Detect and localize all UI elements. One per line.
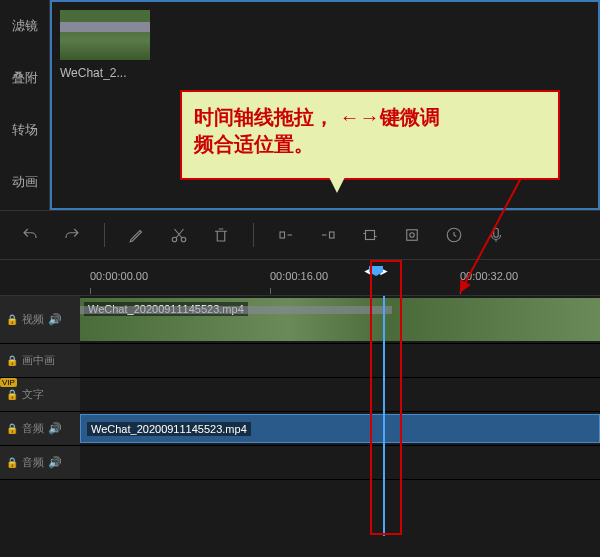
cut-button[interactable] xyxy=(169,225,189,245)
ruler-tick: 00:00:32.00 xyxy=(460,270,518,282)
track-label: 文字 xyxy=(22,387,44,402)
lock-icon[interactable]: 🔒 xyxy=(6,389,18,400)
redo-button[interactable] xyxy=(62,225,82,245)
track-pip: 🔒 画中画 xyxy=(0,344,600,378)
ruler-tick: 00:00:00.00 xyxy=(90,270,148,282)
speaker-icon[interactable]: 🔊 xyxy=(48,456,62,469)
track-audio2: 🔒 音频 🔊 xyxy=(0,446,600,480)
svg-rect-4 xyxy=(366,231,375,240)
speed-button[interactable] xyxy=(444,225,464,245)
speaker-icon[interactable]: 🔊 xyxy=(48,422,62,435)
track-label: 音频 xyxy=(22,455,44,470)
media-thumb-label: WeChat_2... xyxy=(60,66,590,80)
edit-button[interactable] xyxy=(127,225,147,245)
track-video: 🔒 视频 🔊 WeChat_20200911145523.mp4 xyxy=(0,296,600,344)
split-right-button[interactable] xyxy=(318,225,338,245)
side-tabs: 滤镜 叠附 转场 动画 xyxy=(0,0,50,210)
svg-point-6 xyxy=(410,233,415,238)
speaker-icon[interactable]: 🔊 xyxy=(48,313,62,326)
clip-label: WeChat_20200911145523.mp4 xyxy=(87,422,251,436)
delete-button[interactable] xyxy=(211,225,231,245)
vip-badge: VIP xyxy=(0,378,17,387)
split-left-button[interactable] xyxy=(276,225,296,245)
tab-overlay[interactable]: 叠附 xyxy=(0,52,49,104)
svg-rect-3 xyxy=(330,232,335,238)
tab-transition[interactable]: 转场 xyxy=(0,104,49,156)
tab-animation[interactable]: 动画 xyxy=(0,156,49,208)
svg-rect-2 xyxy=(280,232,285,238)
lock-icon[interactable]: 🔒 xyxy=(6,355,18,366)
video-clip[interactable]: WeChat_20200911145523.mp4 xyxy=(80,298,600,341)
timeline-toolbar xyxy=(0,210,600,260)
timeline-ruler[interactable]: 00:00:00.00 00:00:16.00 00:00:32.00 ◄► xyxy=(0,260,600,296)
crop-button[interactable] xyxy=(360,225,380,245)
undo-button[interactable] xyxy=(20,225,40,245)
svg-rect-5 xyxy=(407,230,418,241)
track-label: 视频 xyxy=(22,312,44,327)
tab-filter[interactable]: 滤镜 xyxy=(0,0,49,52)
lock-icon[interactable]: 🔒 xyxy=(6,423,18,434)
lock-icon[interactable]: 🔒 xyxy=(6,457,18,468)
track-label: 画中画 xyxy=(22,353,55,368)
track-text: VIP 🔒 文字 xyxy=(0,378,600,412)
svg-rect-8 xyxy=(494,228,499,237)
playhead[interactable]: ◄► xyxy=(376,266,383,276)
clip-label: WeChat_20200911145523.mp4 xyxy=(84,302,248,316)
mic-button[interactable] xyxy=(486,225,506,245)
audio-clip[interactable]: WeChat_20200911145523.mp4 xyxy=(80,414,600,443)
annotation-tooltip: 时间轴线拖拉， ←→键微调 频合适位置。 xyxy=(180,90,560,180)
ruler-tick: 00:00:16.00 xyxy=(270,270,328,282)
track-audio: 🔒 音频 🔊 WeChat_20200911145523.mp4 xyxy=(0,412,600,446)
lock-icon[interactable]: 🔒 xyxy=(6,314,18,325)
frame-button[interactable] xyxy=(402,225,422,245)
track-label: 音频 xyxy=(22,421,44,436)
media-thumb[interactable] xyxy=(60,10,150,60)
